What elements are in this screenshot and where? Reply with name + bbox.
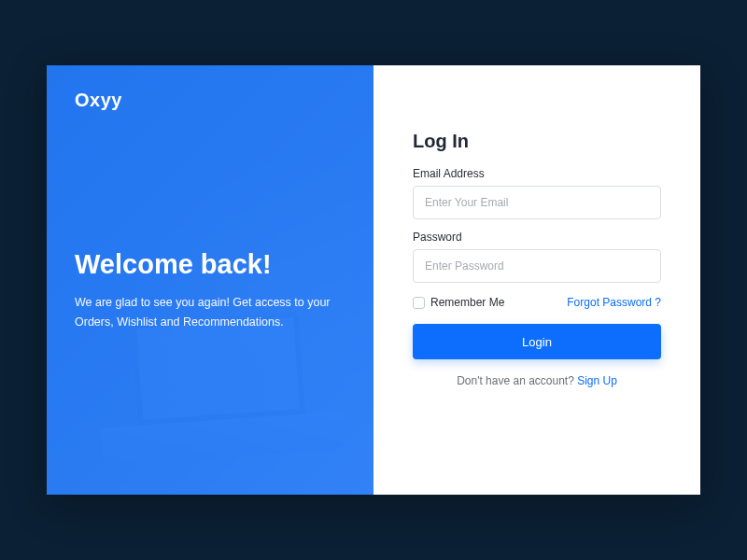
email-label: Email Address bbox=[413, 167, 661, 180]
remember-checkbox[interactable] bbox=[413, 297, 425, 309]
brand-logo: Oxyy bbox=[75, 90, 345, 111]
hero-title: Welcome back! bbox=[75, 249, 345, 280]
login-button[interactable]: Login bbox=[413, 324, 661, 359]
password-label: Password bbox=[413, 231, 661, 244]
signup-text: Don't have an account? bbox=[457, 374, 577, 387]
hero-subtitle: We are glad to see you again! Get access… bbox=[75, 293, 336, 333]
login-form-panel: Log In Email Address Password Remember M… bbox=[374, 65, 700, 495]
forgot-password-link[interactable]: Forgot Password ? bbox=[567, 296, 661, 309]
signup-link[interactable]: Sign Up bbox=[577, 374, 617, 387]
remember-me[interactable]: Remember Me bbox=[413, 296, 504, 309]
form-title: Log In bbox=[413, 131, 661, 152]
remember-label: Remember Me bbox=[430, 296, 504, 309]
hero-panel: Oxyy Welcome back! We are glad to see yo… bbox=[47, 65, 374, 495]
email-field[interactable] bbox=[413, 186, 661, 219]
password-field[interactable] bbox=[413, 249, 661, 283]
login-card: Oxyy Welcome back! We are glad to see yo… bbox=[47, 65, 700, 495]
signup-prompt: Don't have an account? Sign Up bbox=[413, 374, 661, 387]
